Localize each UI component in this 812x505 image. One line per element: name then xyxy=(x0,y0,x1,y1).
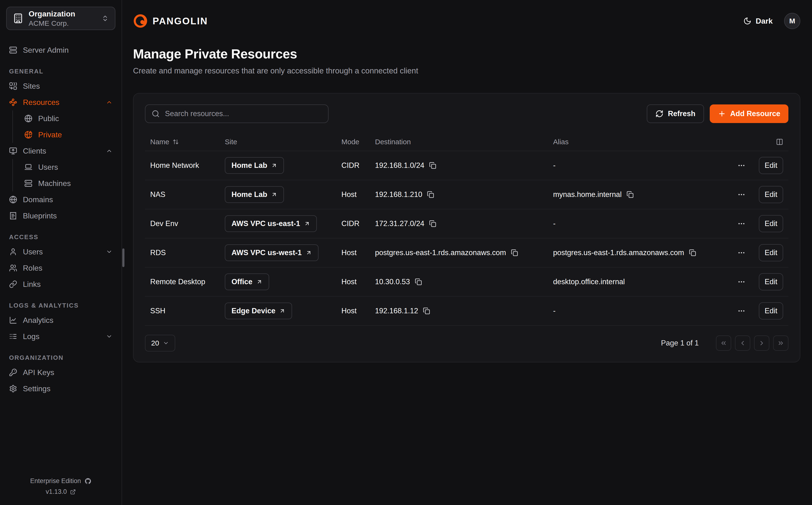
users-icon xyxy=(9,264,17,272)
site-link-button[interactable]: Office xyxy=(225,274,269,290)
sidebar-item-links[interactable]: Links xyxy=(6,276,116,292)
sidebar-item-client-users[interactable]: Users xyxy=(21,159,116,175)
copy-icon[interactable] xyxy=(511,249,518,256)
sidebar-item-resources[interactable]: Resources xyxy=(6,94,116,111)
sidebar-item-public[interactable]: Public xyxy=(21,111,116,127)
column-header-name[interactable]: Name xyxy=(150,138,225,146)
site-link-button[interactable]: AWS VPC us-west-1 xyxy=(225,244,319,261)
destination-value: postgres.us-east-1.rds.amazonaws.com xyxy=(375,248,506,257)
column-visibility-button[interactable] xyxy=(776,138,783,145)
previous-page-button[interactable] xyxy=(735,335,750,351)
arrow-up-right-icon xyxy=(271,162,277,169)
row-actions-menu[interactable] xyxy=(738,307,747,315)
moon-icon xyxy=(743,17,752,25)
edit-button[interactable]: Edit xyxy=(759,186,783,203)
table-footer: 20 Page 1 of 1 xyxy=(145,335,788,351)
org-selector-label: Organization xyxy=(29,10,75,18)
destination-value: 192.168.1.0/24 xyxy=(375,161,424,170)
copy-icon[interactable] xyxy=(415,278,422,286)
edit-button[interactable]: Edit xyxy=(759,244,783,261)
sidebar-item-domains[interactable]: Domains xyxy=(6,191,116,208)
row-actions-menu[interactable] xyxy=(738,249,747,257)
row-actions-menu[interactable] xyxy=(738,219,747,228)
page-size-select[interactable]: 20 xyxy=(145,335,175,351)
edit-button[interactable]: Edit xyxy=(759,215,783,232)
sidebar-scrollbar-thumb[interactable] xyxy=(122,248,125,267)
resource-mode: CIDR xyxy=(341,161,375,170)
avatar[interactable]: M xyxy=(784,13,800,29)
site-link-button[interactable]: AWS VPC us-east-1 xyxy=(225,215,317,232)
chevron-up-icon xyxy=(106,99,113,106)
receipt-icon xyxy=(9,212,17,220)
chevron-down-icon xyxy=(163,340,169,346)
section-heading-logs-analytics: LOGS & ANALYTICS xyxy=(9,302,116,309)
column-label: Name xyxy=(150,138,169,146)
site-link-button[interactable]: Home Lab xyxy=(225,186,284,203)
section-heading-access: ACCESS xyxy=(9,233,116,241)
sidebar-item-logs[interactable]: Logs xyxy=(6,328,116,345)
destination-value: 10.30.0.53 xyxy=(375,278,410,286)
user-icon xyxy=(9,248,17,256)
org-selector-value: ACME Corp. xyxy=(29,19,75,27)
copy-icon[interactable] xyxy=(429,162,436,169)
resource-mode: Host xyxy=(341,278,375,286)
search-box[interactable] xyxy=(145,105,329,123)
avatar-initial: M xyxy=(789,17,795,25)
sidebar-item-blueprints[interactable]: Blueprints xyxy=(6,208,116,224)
first-page-button[interactable] xyxy=(716,335,731,351)
sidebar-item-server-admin[interactable]: Server Admin xyxy=(6,42,116,58)
org-selector[interactable]: Organization ACME Corp. xyxy=(6,7,116,30)
site-link-button[interactable]: Edge Device xyxy=(225,303,292,319)
sidebar-footer: Enterprise Edition v1.13.0 xyxy=(6,477,116,495)
version-link[interactable]: v1.13.0 xyxy=(46,488,76,495)
sidebar-item-roles[interactable]: Roles xyxy=(6,260,116,276)
ellipsis-icon xyxy=(738,249,746,257)
copy-icon[interactable] xyxy=(427,191,434,198)
combine-icon xyxy=(9,82,17,90)
add-resource-button[interactable]: Add Resource xyxy=(710,105,788,123)
edit-button[interactable]: Edit xyxy=(759,157,783,174)
sidebar-item-clients[interactable]: Clients xyxy=(6,143,116,159)
toolbar: Refresh Add Resource xyxy=(145,105,788,123)
sidebar-item-api-keys[interactable]: API Keys xyxy=(6,364,116,380)
key-icon xyxy=(9,368,17,376)
chevron-left-icon xyxy=(739,340,746,347)
copy-icon[interactable] xyxy=(429,220,436,227)
next-page-button[interactable] xyxy=(754,335,769,351)
sidebar-item-machines[interactable]: Machines xyxy=(21,175,116,191)
copy-icon[interactable] xyxy=(423,307,430,315)
row-actions-menu[interactable] xyxy=(738,278,747,286)
search-input[interactable] xyxy=(165,110,322,118)
edition-link[interactable]: Enterprise Edition xyxy=(30,477,91,485)
resource-name: Remote Desktop xyxy=(150,278,225,286)
column-header-alias: Alias xyxy=(553,138,721,146)
edit-button[interactable]: Edit xyxy=(759,302,783,320)
theme-toggle[interactable]: Dark xyxy=(743,17,773,25)
main-content: PANGOLIN Dark M Manage Private Resources… xyxy=(122,0,812,505)
copy-icon[interactable] xyxy=(689,249,696,256)
refresh-button[interactable]: Refresh xyxy=(647,105,704,123)
last-page-button[interactable] xyxy=(773,335,788,351)
edit-button[interactable]: Edit xyxy=(759,273,783,291)
row-actions-menu[interactable] xyxy=(738,190,747,199)
clients-submenu: Users Machines xyxy=(12,159,116,191)
sidebar-item-sites[interactable]: Sites xyxy=(6,78,116,94)
sidebar-item-analytics[interactable]: Analytics xyxy=(6,312,116,328)
section-heading-organization: ORGANIZATION xyxy=(9,354,116,361)
sidebar-item-users[interactable]: Users xyxy=(6,244,116,260)
sidebar-item-settings[interactable]: Settings xyxy=(6,380,116,397)
chevron-right-icon xyxy=(758,340,765,347)
chevron-down-icon xyxy=(106,248,113,255)
brand-name: PANGOLIN xyxy=(153,16,208,26)
sidebar-item-private[interactable]: Private xyxy=(21,127,116,143)
refresh-label: Refresh xyxy=(668,110,695,118)
resource-name: Dev Env xyxy=(150,219,225,228)
row-actions-menu[interactable] xyxy=(738,161,747,170)
alias-value: postgres.us-east-1.rds.amazonaws.com xyxy=(553,248,684,257)
destination-value: 172.31.27.0/24 xyxy=(375,219,424,228)
theme-toggle-label: Dark xyxy=(756,17,773,25)
laptop-icon xyxy=(24,163,32,171)
site-link-button[interactable]: Home Lab xyxy=(225,157,284,174)
copy-icon[interactable] xyxy=(626,191,634,198)
alias-value: mynas.home.internal xyxy=(553,190,622,199)
